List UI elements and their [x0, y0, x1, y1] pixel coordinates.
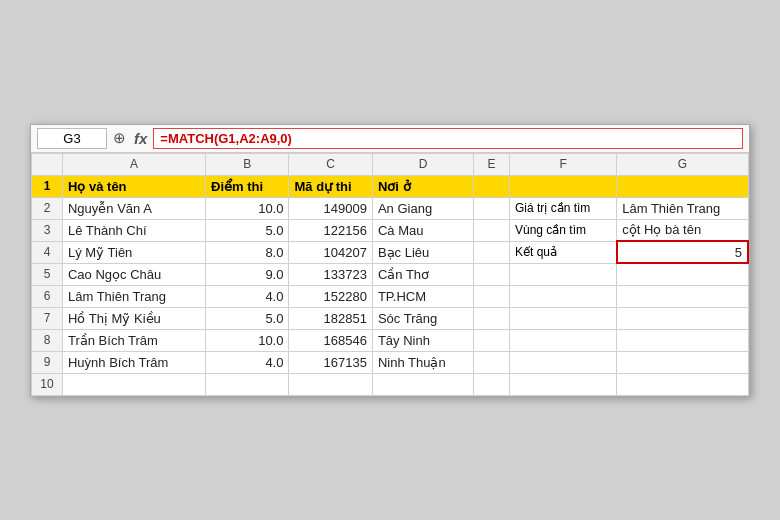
cell-a4[interactable]: Lý Mỹ Tiên — [62, 241, 205, 263]
col-header-c[interactable]: C — [289, 153, 372, 175]
cell-c3[interactable]: 122156 — [289, 219, 372, 241]
cell-b10[interactable] — [206, 373, 289, 395]
row-9: 9 Huỳnh Bích Trâm 4.0 167135 Ninh Thuận — [32, 351, 749, 373]
cell-e7[interactable] — [474, 307, 510, 329]
cell-a10[interactable] — [62, 373, 205, 395]
cell-c4[interactable]: 104207 — [289, 241, 372, 263]
cell-f1[interactable] — [509, 175, 616, 197]
cell-d5[interactable]: Cần Thơ — [372, 263, 473, 285]
cell-b6[interactable]: 4.0 — [206, 285, 289, 307]
cell-e6[interactable] — [474, 285, 510, 307]
fx-label: fx — [134, 130, 147, 147]
cell-e9[interactable] — [474, 351, 510, 373]
row-header-1: 1 — [32, 175, 63, 197]
cell-e8[interactable] — [474, 329, 510, 351]
cell-a7[interactable]: Hồ Thị Mỹ Kiều — [62, 307, 205, 329]
cell-g2[interactable]: Lâm Thiên Trang — [617, 197, 748, 219]
cell-a2[interactable]: Nguyễn Văn A — [62, 197, 205, 219]
cell-g1[interactable] — [617, 175, 748, 197]
cell-g10[interactable] — [617, 373, 748, 395]
cell-f3[interactable]: Vùng cần tìm — [509, 219, 616, 241]
spreadsheet-grid: A B C D E F G 1 Họ và tên Điểm thi Mã dự… — [31, 153, 749, 396]
cell-g4[interactable]: 5 — [617, 241, 748, 263]
cell-b9[interactable]: 4.0 — [206, 351, 289, 373]
col-header-g[interactable]: G — [617, 153, 748, 175]
cell-d7[interactable]: Sóc Trăng — [372, 307, 473, 329]
cell-a9[interactable]: Huỳnh Bích Trâm — [62, 351, 205, 373]
cell-a8[interactable]: Trần Bích Trâm — [62, 329, 205, 351]
cell-b2[interactable]: 10.0 — [206, 197, 289, 219]
cell-c1[interactable]: Mã dự thi — [289, 175, 372, 197]
cell-c9[interactable]: 167135 — [289, 351, 372, 373]
cell-c10[interactable] — [289, 373, 372, 395]
cell-a6[interactable]: Lâm Thiên Trang — [62, 285, 205, 307]
cell-b7[interactable]: 5.0 — [206, 307, 289, 329]
col-header-b[interactable]: B — [206, 153, 289, 175]
cell-b3[interactable]: 5.0 — [206, 219, 289, 241]
cell-d4[interactable]: Bạc Liêu — [372, 241, 473, 263]
row-header-5: 5 — [32, 263, 63, 285]
cell-g6[interactable] — [617, 285, 748, 307]
row-1: 1 Họ và tên Điểm thi Mã dự thi Nơi ở — [32, 175, 749, 197]
row-10: 10 — [32, 373, 749, 395]
row-8: 8 Trần Bích Trâm 10.0 168546 Tây Ninh — [32, 329, 749, 351]
cell-c6[interactable]: 152280 — [289, 285, 372, 307]
cell-e3[interactable] — [474, 219, 510, 241]
cell-e4[interactable] — [474, 241, 510, 263]
cell-c7[interactable]: 182851 — [289, 307, 372, 329]
cell-reference[interactable]: G3 — [37, 128, 107, 149]
cell-d3[interactable]: Cà Mau — [372, 219, 473, 241]
cell-g7[interactable] — [617, 307, 748, 329]
cell-g8[interactable] — [617, 329, 748, 351]
row-6: 6 Lâm Thiên Trang 4.0 152280 TP.HCM — [32, 285, 749, 307]
cell-a5[interactable]: Cao Ngọc Châu — [62, 263, 205, 285]
cell-e1[interactable] — [474, 175, 510, 197]
cell-f10[interactable] — [509, 373, 616, 395]
row-2: 2 Nguyễn Văn A 10.0 149009 An Giang Giá … — [32, 197, 749, 219]
cell-c2[interactable]: 149009 — [289, 197, 372, 219]
cell-d2[interactable]: An Giang — [372, 197, 473, 219]
col-header-f[interactable]: F — [509, 153, 616, 175]
row-5: 5 Cao Ngọc Châu 9.0 133723 Cần Thơ — [32, 263, 749, 285]
row-4: 4 Lý Mỹ Tiên 8.0 104207 Bạc Liêu Kết quả… — [32, 241, 749, 263]
cell-a3[interactable]: Lê Thành Chí — [62, 219, 205, 241]
cell-g5[interactable] — [617, 263, 748, 285]
row-header-6: 6 — [32, 285, 63, 307]
row-header-9: 9 — [32, 351, 63, 373]
cell-f7[interactable] — [509, 307, 616, 329]
formula-icons: ⊕ fx — [113, 129, 147, 147]
row-3: 3 Lê Thành Chí 5.0 122156 Cà Mau Vùng cầ… — [32, 219, 749, 241]
cell-b5[interactable]: 9.0 — [206, 263, 289, 285]
cell-f6[interactable] — [509, 285, 616, 307]
cell-c8[interactable]: 168546 — [289, 329, 372, 351]
cell-e2[interactable] — [474, 197, 510, 219]
cell-d9[interactable]: Ninh Thuận — [372, 351, 473, 373]
row-header-7: 7 — [32, 307, 63, 329]
cell-a1[interactable]: Họ và tên — [62, 175, 205, 197]
cell-f5[interactable] — [509, 263, 616, 285]
col-header-e[interactable]: E — [474, 153, 510, 175]
cell-d10[interactable] — [372, 373, 473, 395]
cell-d8[interactable]: Tây Ninh — [372, 329, 473, 351]
cell-d1[interactable]: Nơi ở — [372, 175, 473, 197]
row-header-10: 10 — [32, 373, 63, 395]
cell-f9[interactable] — [509, 351, 616, 373]
cell-b1[interactable]: Điểm thi — [206, 175, 289, 197]
cell-c5[interactable]: 133723 — [289, 263, 372, 285]
row-7: 7 Hồ Thị Mỹ Kiều 5.0 182851 Sóc Trăng — [32, 307, 749, 329]
cell-f8[interactable] — [509, 329, 616, 351]
formula-input[interactable]: =MATCH(G1,A2:A9,0) — [153, 128, 743, 149]
col-header-a[interactable]: A — [62, 153, 205, 175]
cell-g9[interactable] — [617, 351, 748, 373]
cell-d6[interactable]: TP.HCM — [372, 285, 473, 307]
col-header-d[interactable]: D — [372, 153, 473, 175]
cell-b4[interactable]: 8.0 — [206, 241, 289, 263]
row-header-8: 8 — [32, 329, 63, 351]
cell-f2[interactable]: Giá trị cần tìm — [509, 197, 616, 219]
row-header-2: 2 — [32, 197, 63, 219]
cell-e10[interactable] — [474, 373, 510, 395]
cell-b8[interactable]: 10.0 — [206, 329, 289, 351]
cell-g3[interactable]: cột Họ bà tên — [617, 219, 748, 241]
cell-f4[interactable]: Kết quả — [509, 241, 616, 263]
cell-e5[interactable] — [474, 263, 510, 285]
